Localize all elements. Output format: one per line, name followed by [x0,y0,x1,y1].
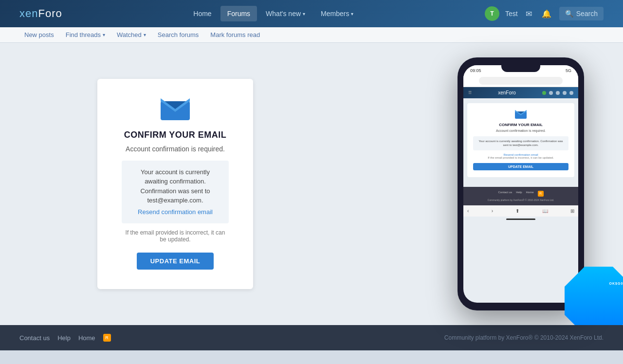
confirm-email-card: CONFIRM YOUR EMAIL Account confirmation … [97,79,253,290]
footer-contact[interactable]: Contact us [19,334,50,342]
phone-time: 09:05 [470,68,481,73]
nav-members[interactable]: Members ▾ [314,6,360,21]
phone-tabs-icon[interactable]: ⊞ [570,208,574,214]
phone-confirm-card: CONFIRM YOUR EMAIL Account confirmation … [467,103,574,177]
phone-confirm-note: If the email provided is incorrect, it c… [473,156,568,159]
phone-confirm-subtitle: Account confirmation is required. [473,129,568,132]
phone-mail-dot [549,91,553,95]
email-icon[interactable]: ✉ [524,7,534,20]
confirm-subtitle: Account confirmation is required. [122,145,229,153]
members-chevron-icon: ▾ [351,11,353,17]
phone-bottom-bar: ‹ › ⬆ 📖 ⊞ [463,205,578,217]
phone-rss-icon: R [538,191,544,197]
phone-address-bar [463,75,578,87]
phone-confirm-title: CONFIRM YOUR EMAIL [473,123,568,127]
phone-nav-dot [563,91,567,95]
footer-copyright: Community platform by XenForo® © 2010-20… [444,334,604,341]
nav-forums[interactable]: Forums [220,6,257,21]
email-envelope-icon [161,98,190,120]
phone-footer-help: Help [516,191,522,197]
user-name[interactable]: Test [505,10,518,18]
main-content: CONFIRM YOUR EMAIL Account confirmation … [0,43,623,325]
header-right: T Test ✉ 🔔 🔍 Search [485,6,604,21]
phone-url-bar [479,77,563,85]
phone-bookmark-icon[interactable]: 📖 [542,208,548,214]
phone-confirm-box: Your account is currently awaiting confi… [473,136,568,150]
subnav-find-threads[interactable]: Find threads ▾ [61,27,110,42]
phone-signal: 5G [566,68,571,73]
avatar[interactable]: T [485,6,499,21]
phone-home-indicator [506,218,535,220]
phone-user-dot [542,91,546,95]
confirm-note: If the email provided is incorrect, it c… [122,229,229,243]
nav-whats-new[interactable]: What's new ▾ [259,6,312,21]
phone-share-icon[interactable]: ⬆ [515,208,519,214]
update-email-button[interactable]: UPDATE EMAIL [137,253,214,270]
search-button[interactable]: 🔍 Search [559,7,604,20]
phone-footer-contact: Contact us [498,191,512,197]
phone-site-header: ☰ xenForo [463,87,578,98]
phone-forward-icon[interactable]: › [492,208,493,214]
phone-notch [501,65,540,72]
subnav-watched[interactable]: Watched ▾ [112,27,151,42]
phone-screen: 09:05 5G ☰ xenForo [463,65,578,303]
subnav-new-posts[interactable]: New posts [19,27,59,42]
logo-xen: xen [19,7,38,19]
phone-footer: Contact us Help Home R Community platfor… [463,187,578,205]
logo-foro: Foro [38,7,62,19]
phone-back-icon[interactable]: ‹ [467,208,469,214]
footer-home[interactable]: Home [78,334,95,342]
subnav-search-forums[interactable]: Search forums [153,27,204,42]
main-nav: Home Forums What's new ▾ Members ▾ [186,6,360,21]
phone-email-icon [515,110,527,119]
find-threads-chevron-icon: ▾ [103,32,105,37]
bell-icon[interactable]: 🔔 [540,7,553,20]
rss-icon[interactable]: R [103,334,111,342]
site-header: xenForo Home Forums What's new ▾ Members… [0,0,623,27]
nav-home[interactable]: Home [186,6,218,21]
resend-link[interactable]: Resend confirmation email [129,207,221,217]
confirm-title: CONFIRM YOUR EMAIL [122,130,229,140]
phone-footer-home: Home [526,191,534,197]
subnav-mark-forums-read[interactable]: Mark forums read [205,27,265,42]
search-icon: 🔍 [565,10,573,18]
watched-chevron-icon: ▾ [144,32,146,37]
site-footer: Contact us Help Home R Community platfor… [0,325,623,350]
phone-bell-dot [556,91,560,95]
phone-update-btn[interactable]: UPDATE EMAIL [473,163,568,170]
phone-search-dot [569,91,573,95]
watermark: OK$G0 [565,267,623,325]
site-logo[interactable]: xenForo [19,7,62,20]
phone-footer-links: Contact us Help Home R [467,191,574,197]
whats-new-chevron-icon: ▾ [303,11,305,17]
phone-footer-copy: Community platform by XenForo® © 2010-20… [467,199,574,201]
confirm-info-box: Your account is currently awaiting confi… [122,161,229,224]
phone-header-icons [542,91,573,95]
phone-content: CONFIRM YOUR EMAIL Account confirmation … [463,98,578,182]
sub-nav: New posts Find threads ▾ Watched ▾ Searc… [0,27,623,43]
phone-logo: xenForo [498,90,516,95]
footer-help[interactable]: Help [57,334,71,342]
footer-links: Contact us Help Home R [19,334,111,342]
